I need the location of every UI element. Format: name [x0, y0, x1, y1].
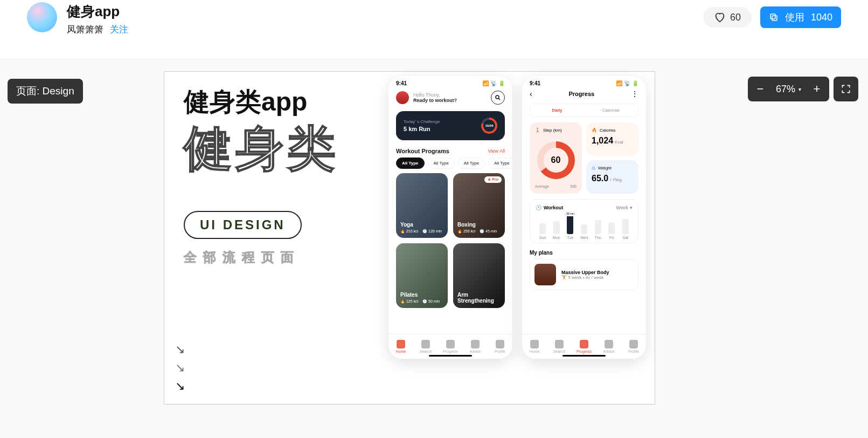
chevron-down-icon: ▾	[630, 205, 633, 210]
program-title: Yoga	[400, 222, 443, 228]
program-title: Boxing	[457, 222, 501, 228]
step-value: 60	[551, 155, 561, 165]
plan-card[interactable]: Massive Upper Body 🏋 5 week • 4x / week	[530, 259, 638, 290]
nav-label: Progress	[443, 350, 458, 353]
zoom-percent-button[interactable]: 67% ▾	[773, 84, 804, 95]
pro-badge: ★ Pro	[484, 176, 502, 183]
nav-label: Home	[530, 350, 540, 353]
author-avatar[interactable]	[27, 2, 57, 32]
use-button[interactable]: 使用 1040	[760, 6, 841, 28]
nav-icon	[629, 340, 638, 348]
greeting: Hello Thony,	[413, 92, 457, 98]
nav-label: Search	[553, 350, 565, 353]
tab-calendar[interactable]: Calendar	[584, 104, 638, 117]
workout-chart-card[interactable]: 🕐Workout Week▾ SunMon35 minTueWedThuFriS…	[530, 199, 638, 243]
dumbbell-icon: 🏋	[561, 275, 567, 280]
signal-icon: 📶	[482, 80, 489, 86]
status-icons: 📶 📡 🔋	[616, 80, 638, 86]
filter-chips: All TypeAll TypeAll TypeAll TypeAll T	[388, 158, 512, 173]
use-count: 1040	[811, 12, 832, 23]
home-screen-mockup: 9:41 📶 📡 🔋 Hello Thony, Ready to workout…	[388, 76, 512, 359]
home-indicator	[429, 355, 472, 357]
chevron-down-icon: ▾	[798, 86, 801, 92]
phone-mockups: 9:41 📶 📡 🔋 Hello Thony, Ready to workout…	[388, 76, 646, 359]
nav-label: Profile	[495, 350, 505, 353]
weight-card[interactable]: ⚖Weight 65.0/ 75kg	[586, 160, 638, 194]
program-card[interactable]: Pilates🔥 125 kcl🕐 50 min	[396, 243, 448, 308]
nav-icon	[446, 340, 455, 348]
canvas-area[interactable]: 页面: Design − 67% ▾ + 健身类app 健身类 UI DESIG…	[0, 59, 868, 438]
follow-link[interactable]: 关注	[110, 23, 128, 36]
step-label: Step (km)	[543, 128, 562, 133]
heart-icon	[714, 11, 726, 23]
ui-design-badge: UI DESIGN	[184, 211, 302, 239]
program-card[interactable]: Arm Strengthening	[453, 243, 505, 308]
author-name[interactable]: 凤箫箫箫	[67, 23, 103, 36]
nav-label: Home	[396, 350, 406, 353]
day-label: Mon	[553, 236, 560, 239]
arrow-icon: ↘	[175, 343, 185, 357]
workout-bar[interactable]: Sun	[538, 223, 548, 239]
workout-bar[interactable]: Thu	[593, 220, 603, 239]
greeting-sub: Ready to workout?	[413, 98, 457, 103]
filter-chip[interactable]: All Type	[458, 158, 485, 169]
tab-daily[interactable]: Daily	[530, 104, 584, 117]
nav-icon	[530, 340, 539, 348]
signal-icon: 📶	[616, 80, 622, 86]
plans-title: My plans	[522, 248, 646, 259]
fire-icon: 🔥	[592, 128, 597, 133]
back-button[interactable]: ‹	[530, 90, 532, 98]
page-header: 健身app 凤箫箫箫 关注 60 使用 1040	[0, 0, 868, 59]
step-card[interactable]: 🚶Step (km) 60 Average500	[530, 122, 582, 194]
nav-icon	[421, 340, 430, 348]
nav-profile[interactable]: Profile	[488, 334, 512, 359]
time-meta: 🕐 45 min	[480, 229, 497, 234]
step-donut: 60	[537, 141, 575, 179]
workout-label: Workout	[544, 205, 563, 210]
like-count: 60	[730, 12, 741, 23]
like-button[interactable]: 60	[703, 7, 752, 28]
nav-home[interactable]: Home	[522, 334, 547, 359]
zoom-in-button[interactable]: +	[804, 77, 829, 101]
walk-icon: 🚶	[535, 128, 540, 133]
battery-icon: 🔋	[498, 80, 505, 86]
filter-chip[interactable]: All Type	[396, 158, 425, 169]
status-time: 9:41	[530, 80, 540, 86]
design-frame[interactable]: 健身类app 健身类 UI DESIGN 全部流程页面 ↘ ↘ ↘ 9:41 📶…	[164, 71, 655, 405]
challenge-card[interactable]: Today' s Challenge 5 km Run 16/20	[396, 111, 505, 140]
workout-bar[interactable]: Sat	[620, 219, 630, 239]
workout-bar[interactable]: Mon	[552, 221, 562, 239]
nav-icon	[580, 340, 588, 348]
calories-card[interactable]: 🔥Calories 1,024Kcal	[586, 122, 638, 156]
svg-line-3	[499, 99, 501, 100]
kcal-meta: 🔥 210 kcl	[400, 229, 418, 234]
workout-bars: SunMon35 minTueWedThuFriSat	[536, 214, 633, 239]
filter-chip[interactable]: All Type	[488, 158, 512, 169]
nav-profile[interactable]: Profile	[621, 334, 646, 359]
workout-bar[interactable]: Wed	[579, 224, 589, 239]
day-label: Tue	[567, 236, 574, 239]
more-button[interactable]: ⋮	[631, 90, 638, 98]
program-title: Arm Strengthening	[457, 292, 501, 304]
status-icons: 📶 📡 🔋	[482, 80, 505, 86]
progress-ring: 16/20	[481, 118, 497, 134]
search-button[interactable]	[491, 91, 505, 105]
weight-value: 65.0	[592, 174, 608, 183]
program-card[interactable]: ★ ProBoxing🔥 250 kcl🕐 45 min	[453, 173, 505, 238]
nav-icon	[496, 340, 504, 348]
view-all-link[interactable]: View All	[488, 148, 505, 154]
nav-label: Advice	[469, 350, 481, 353]
kcal-meta: 🔥 125 kcl	[400, 299, 418, 304]
arrow-icon: ↘	[175, 361, 185, 375]
period-selector[interactable]: Week▾	[616, 205, 633, 210]
page-label-pill[interactable]: 页面: Design	[8, 79, 83, 104]
program-card[interactable]: Yoga🔥 210 kcl🕐 120 min	[396, 173, 448, 238]
zoom-out-button[interactable]: −	[748, 77, 773, 101]
nav-icon	[397, 340, 405, 348]
fullscreen-button[interactable]	[834, 77, 858, 101]
nav-label: Profile	[628, 350, 639, 353]
filter-chip[interactable]: All Type	[428, 158, 455, 169]
workout-bar[interactable]: 35 minTue	[565, 213, 575, 239]
workout-bar[interactable]: Fri	[607, 222, 617, 239]
nav-home[interactable]: Home	[388, 334, 413, 359]
